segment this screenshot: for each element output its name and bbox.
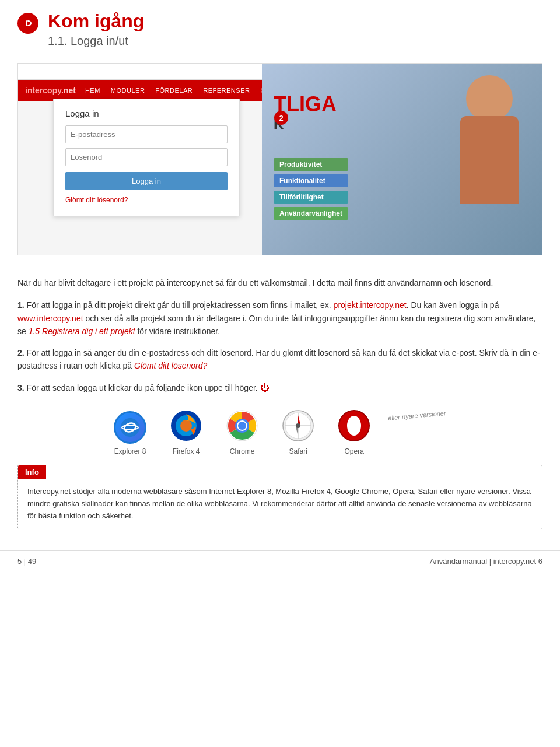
svg-point-0	[121, 418, 139, 437]
nav-fordelar[interactable]: FÖRDELAR	[155, 87, 192, 94]
intercopy-logo-icon	[18, 13, 38, 34]
browser-item-opera: Opera	[338, 409, 370, 455]
badge-tillforlitlighet: Tillförlitlighet	[274, 191, 348, 204]
ie-label: Explorer 8	[114, 447, 146, 455]
sub-title: 1.1. Logga in/ut	[48, 34, 144, 48]
nav-moduler[interactable]: MODULER	[111, 87, 145, 94]
login-title: Logga in	[65, 108, 228, 118]
step2-num: 2.	[18, 348, 24, 357]
step3-section: 3. För att sedan logga ut klickar du på …	[18, 380, 542, 395]
svg-point-16	[296, 423, 300, 428]
info-box-header: Info	[18, 465, 46, 479]
main-title: Kom igång	[48, 10, 144, 32]
ie-icon	[114, 411, 146, 444]
info-box-content: Intercopy.net stödjer alla moderna webbl…	[18, 479, 542, 529]
power-icon: ⏻	[260, 383, 270, 392]
svg-point-9	[238, 422, 246, 430]
step3-num: 3.	[18, 383, 24, 392]
hero-right: TLIGA K Produktivitet Funktionalitet Til…	[262, 64, 542, 255]
forgot-password-link[interactable]: Glömt ditt lösenord?	[65, 196, 128, 204]
firefox-icon	[170, 409, 202, 444]
step1-section: 1. För att logga in på ditt projekt dire…	[18, 299, 542, 338]
hero-bg: TLIGA K Produktivitet Funktionalitet Til…	[262, 64, 542, 255]
info-box-text: Intercopy.net stödjer alla moderna webbl…	[27, 486, 533, 522]
main-content: När du har blivit deltagare i ett projek…	[0, 265, 560, 550]
projekt-intercopy-link[interactable]: projekt.intercopy.net	[334, 300, 407, 310]
safari-icon	[282, 409, 314, 444]
page-footer: 5 | 49 Användarmanual | intercopy.net 6	[0, 550, 560, 571]
browser-item-ie: Explorer 8	[114, 411, 146, 455]
registrera-link[interactable]: 1.5 Registrera dig i ett projekt	[29, 327, 135, 336]
nav-referenser[interactable]: REFERENSER	[203, 87, 250, 94]
glomt-link[interactable]: Glömt ditt lösenord?	[134, 361, 207, 370]
screenshot-area: 🛒Onlineshop 📋Beställ Online 🌐Inter... 1 …	[18, 63, 542, 255]
footer-title: Användarmanual | intercopy.net 6	[430, 557, 542, 566]
browsers-section: Explorer 8 Firefox 4	[18, 409, 542, 455]
badge-anvandarvanlighet: Användarvänlighet	[274, 207, 348, 220]
chrome-label: Chrome	[230, 447, 255, 455]
firefox-label: Firefox 4	[173, 447, 200, 455]
badge-produktivitet: Produktivitet	[274, 158, 348, 171]
login-modal: Logga in Logga in Glömt ditt lösenord? 2	[53, 99, 240, 216]
chrome-icon	[226, 409, 258, 444]
svg-point-5	[180, 420, 192, 432]
browser-item-safari: Safari	[282, 409, 314, 455]
step1-text: 1. För att logga in på ditt projekt dire…	[18, 299, 542, 338]
safari-label: Safari	[289, 447, 307, 455]
step2-text: 2. För att logga in så anger du din e-po…	[18, 346, 542, 373]
hero-badges: Produktivitet Funktionalitet Tillförlitl…	[274, 158, 348, 220]
hero-image	[449, 75, 530, 239]
www-intercopy-link[interactable]: www.intercopy.net	[18, 314, 83, 323]
opera-icon	[338, 409, 370, 444]
nav-hem[interactable]: HEM	[85, 87, 100, 94]
intro-paragraph: När du har blivit deltagare i ett projek…	[18, 276, 542, 289]
step3-text: 3. För att sedan logga ut klickar du på …	[18, 380, 542, 395]
step1-num: 1.	[18, 300, 24, 310]
titles-block: Kom igång 1.1. Logga in/ut	[48, 10, 144, 48]
info-box: Info Intercopy.net stödjer alla moderna …	[18, 465, 542, 529]
svg-point-23	[347, 416, 361, 436]
page-header: Kom igång 1.1. Logga in/ut	[0, 0, 560, 54]
step2-badge: 2	[274, 111, 288, 125]
ic-logo: intercopy.net	[25, 86, 76, 95]
password-field[interactable]	[65, 148, 228, 166]
opera-label: Opera	[344, 447, 363, 455]
footer-page-number: 5 | 49	[18, 557, 36, 566]
newer-versions-note: eller nyare versioner	[394, 409, 446, 421]
login-button[interactable]: Logga in	[65, 172, 228, 190]
browser-item-firefox: Firefox 4	[170, 409, 202, 455]
browser-item-chrome: Chrome	[226, 409, 258, 455]
badge-funktionalitet: Funktionalitet	[274, 174, 348, 187]
step2-section: 2. För att logga in så anger du din e-po…	[18, 346, 542, 373]
email-field[interactable]	[65, 125, 228, 143]
intro-text: När du har blivit deltagare i ett projek…	[18, 276, 542, 289]
